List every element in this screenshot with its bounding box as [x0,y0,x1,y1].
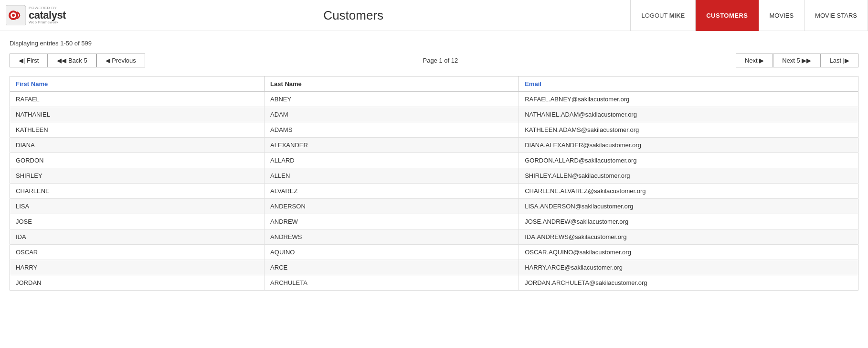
table-row: JORDANARCHULETAJORDAN.ARCHULETA@sakilacu… [10,275,858,291]
cell-email: OSCAR.AQUINO@sakilacustomer.org [519,245,858,260]
previous-button[interactable]: ◀ Previous [96,54,145,67]
cell-last-name: ALVAREZ [265,184,519,199]
page-title: Customers [76,8,630,23]
cell-last-name: ANDREWS [265,229,519,245]
cell-last-name: ARCE [265,260,519,275]
cell-first-name: KATHLEEN [10,122,265,138]
cell-last-name: ADAM [265,107,519,122]
logo-box: POWERED BY catalyst Web Framework [6,5,71,25]
first-button[interactable]: ◀| First [10,54,48,67]
nav-item-logout[interactable]: LOGOUT MIKE [630,0,695,31]
cell-first-name: DIANA [10,138,265,153]
cell-last-name: ABNEY [265,92,519,107]
cell-first-name: OSCAR [10,245,265,260]
table-row: LISAANDERSONLISA.ANDERSON@sakilacustomer… [10,199,858,214]
back5-button[interactable]: ◀◀ Back 5 [48,54,96,67]
next5-button[interactable]: Next 5 ▶▶ [773,54,820,67]
cell-email: HARRY.ARCE@sakilacustomer.org [519,260,858,275]
col-header-first-name[interactable]: First Name [10,76,265,92]
customers-label: CUSTOMERS [706,12,748,19]
cell-first-name: LISA [10,199,265,214]
catalyst-logo-icon [6,5,26,25]
main-content: Displaying entries 1-50 of 599 ◀| First … [0,31,868,299]
cell-first-name: GORDON [10,153,265,168]
cell-last-name: ALEXANDER [265,138,519,153]
table-row: IDAANDREWSIDA.ANDREWS@sakilacustomer.org [10,229,858,245]
cell-email: JORDAN.ARCHULETA@sakilacustomer.org [519,275,858,291]
cell-last-name: ALLEN [265,168,519,184]
last-button[interactable]: Last |▶ [820,54,858,67]
table-row: JOSEANDREWJOSE.ANDREW@sakilacustomer.org [10,214,858,229]
logo-area: POWERED BY catalyst Web Framework [0,1,76,29]
table-row: CHARLENEALVAREZCHARLENE.ALVAREZ@sakilacu… [10,184,858,199]
logo-text-block: POWERED BY catalyst Web Framework [29,6,66,24]
logo-sub-text: Web Framework [29,21,66,24]
svg-point-3 [12,14,15,17]
cell-email: KATHLEEN.ADAMS@sakilacustomer.org [519,122,858,138]
nav-item-movie-stars[interactable]: MOVIE STARS [804,0,868,31]
logo-name-text: catalyst [29,10,66,21]
cell-last-name: ADAMS [265,122,519,138]
cell-email: NATHANIEL.ADAM@sakilacustomer.org [519,107,858,122]
cell-first-name: CHARLENE [10,184,265,199]
cell-email: CHARLENE.ALVAREZ@sakilacustomer.org [519,184,858,199]
cell-last-name: AQUINO [265,245,519,260]
header-row: First Name Last Name Email [10,76,858,92]
cell-email: GORDON.ALLARD@sakilacustomer.org [519,153,858,168]
page-info: Page 1 of 12 [145,57,736,64]
cell-first-name: SHIRLEY [10,168,265,184]
cell-first-name: JORDAN [10,275,265,291]
table-row: SHIRLEYALLENSHIRLEY.ALLEN@sakilacustomer… [10,168,858,184]
pagination-bar: ◀| First ◀◀ Back 5 ◀ Previous Page 1 of … [10,54,858,67]
table-header: First Name Last Name Email [10,76,858,92]
table-row: KATHLEENADAMSKATHLEEN.ADAMS@sakilacustom… [10,122,858,138]
table-row: HARRYARCEHARRY.ARCE@sakilacustomer.org [10,260,858,275]
cell-first-name: IDA [10,229,265,245]
nav-area: LOGOUT MIKE CUSTOMERS MOVIES MOVIE STARS [630,0,868,31]
cell-last-name: ANDERSON [265,199,519,214]
next-button[interactable]: Next ▶ [736,54,773,67]
cell-email: LISA.ANDERSON@sakilacustomer.org [519,199,858,214]
cell-first-name: HARRY [10,260,265,275]
header: POWERED BY catalyst Web Framework Custom… [0,0,868,31]
table-row: DIANAALEXANDERDIANA.ALEXANDER@sakilacust… [10,138,858,153]
cell-last-name: ARCHULETA [265,275,519,291]
col-header-email[interactable]: Email [519,76,858,92]
table-body: RAFAELABNEYRAFAEL.ABNEY@sakilacustomer.o… [10,92,858,291]
cell-email: DIANA.ALEXANDER@sakilacustomer.org [519,138,858,153]
table-row: OSCARAQUINOOSCAR.AQUINO@sakilacustomer.o… [10,245,858,260]
table-row: RAFAELABNEYRAFAEL.ABNEY@sakilacustomer.o… [10,92,858,107]
movie-stars-label: MOVIE STARS [815,12,857,19]
logout-label: LOGOUT MIKE [641,12,685,19]
cell-email: RAFAEL.ABNEY@sakilacustomer.org [519,92,858,107]
cell-last-name: ALLARD [265,153,519,168]
table-row: NATHANIELADAMNATHANIEL.ADAM@sakilacustom… [10,107,858,122]
customers-table: First Name Last Name Email RAFAELABNEYRA… [10,76,858,291]
nav-item-movies[interactable]: MOVIES [759,0,804,31]
display-info: Displaying entries 1-50 of 599 [10,40,858,47]
cell-first-name: NATHANIEL [10,107,265,122]
cell-last-name: ANDREW [265,214,519,229]
cell-email: JOSE.ANDREW@sakilacustomer.org [519,214,858,229]
table-row: GORDONALLARDGORDON.ALLARD@sakilacustomer… [10,153,858,168]
cell-email: SHIRLEY.ALLEN@sakilacustomer.org [519,168,858,184]
movies-label: MOVIES [770,12,794,19]
cell-first-name: RAFAEL [10,92,265,107]
cell-first-name: JOSE [10,214,265,229]
nav-item-customers[interactable]: CUSTOMERS [695,0,758,31]
cell-email: IDA.ANDREWS@sakilacustomer.org [519,229,858,245]
col-header-last-name: Last Name [265,76,519,92]
